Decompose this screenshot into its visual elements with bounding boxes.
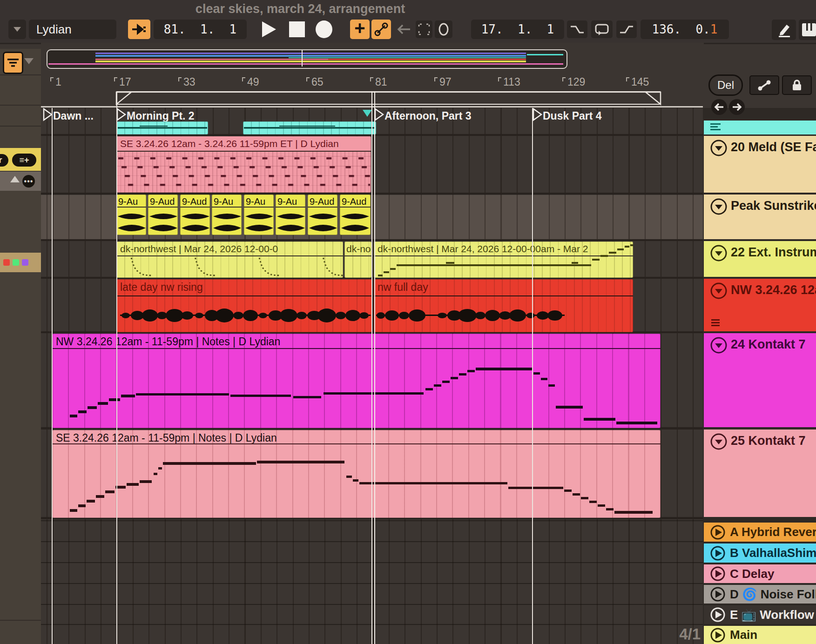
ruler-label: 1 <box>53 76 61 88</box>
loop-length-display[interactable]: 136. 0.1 <box>641 20 729 39</box>
locator-dawn[interactable]: Dawn ... <box>53 110 96 122</box>
loop-button[interactable] <box>591 20 613 38</box>
ruler-mark[interactable]: 113 <box>500 76 520 88</box>
locator-dusk[interactable]: Dusk Part 4 <box>543 110 602 122</box>
loop-start-display[interactable]: 17. 1. 1 <box>471 20 564 39</box>
clip-cyan-1[interactable] <box>116 121 208 134</box>
time-signature-label: 4/1 <box>663 625 701 643</box>
stop-button[interactable] <box>289 21 305 37</box>
nudge-forward-button[interactable] <box>729 99 745 115</box>
overview-clip-line <box>95 53 526 54</box>
return-track-a[interactable]: A Hybrid Reverb <box>704 523 816 542</box>
ruler-mark[interactable]: 49 <box>244 76 259 88</box>
playhead-line[interactable] <box>371 91 372 644</box>
ruler-mark[interactable]: 65 <box>309 76 324 88</box>
clip-late-day-nw-rising[interactable]: late day nw rising <box>116 279 372 332</box>
ruler-mark[interactable]: 17 <box>116 76 131 88</box>
track-header-24-kontakt[interactable]: 24 Kontakt 7 <box>704 333 816 427</box>
delete-button[interactable]: Del <box>708 74 743 96</box>
clip-dk-northwest-3[interactable]: dk-northwest | Mar 24, 2026 12-00-00am -… <box>374 242 633 278</box>
midi-overdub-button[interactable] <box>435 20 452 38</box>
clip-audio-3[interactable]: 9-Aud <box>180 195 210 235</box>
play-button[interactable] <box>262 21 276 37</box>
playhead-line[interactable] <box>374 91 375 644</box>
record-button[interactable] <box>316 20 332 38</box>
draw-mode-button[interactable] <box>772 20 796 40</box>
ruler-mark[interactable]: 33 <box>181 76 196 88</box>
loop-start-value: 17. 1. 1 <box>481 22 554 36</box>
sidebar-collapse-caret[interactable] <box>24 58 34 64</box>
loop-length-last-digit: 1 <box>710 22 718 36</box>
root-note-dropdown[interactable] <box>8 20 26 39</box>
filter-view-button[interactable] <box>3 52 23 74</box>
scale-dropdown[interactable]: Lydian <box>29 20 116 39</box>
clip-se-meld[interactable]: SE 3.24.26 12am - 3.24.26 11-59pm ET | D… <box>116 136 371 193</box>
fold-track-icon <box>709 139 728 157</box>
clip-title: nw full day <box>374 279 633 296</box>
clip-audio-1[interactable]: 9-Au <box>116 195 146 235</box>
track-header-25-kontakt[interactable]: 25 Kontakt 7 <box>704 429 816 517</box>
loop-brace-top[interactable] <box>116 91 661 93</box>
ruler-mark[interactable]: 129 <box>565 76 585 88</box>
color-tag-purple[interactable] <box>22 259 28 266</box>
track-header-nw-audio[interactable]: NW 3.24.26 12a <box>704 279 816 331</box>
clip-dk-northwest-1[interactable]: dk-northwest | Mar 24, 2026 12-00-0 <box>116 242 343 278</box>
add-list-button[interactable]: ≡+ <box>12 154 36 167</box>
ruler-mark[interactable]: 1 <box>53 76 61 88</box>
clip-audio-4[interactable]: 9-Au <box>212 195 242 235</box>
follow-button[interactable] <box>128 20 150 39</box>
loop-length-value: 136. 0. <box>652 22 710 36</box>
main-track-header[interactable]: Main <box>704 626 816 644</box>
clip-nw-notes[interactable]: NW 3.24.26 12am - 11-59pm | Notes | D Ly… <box>52 334 661 428</box>
more-options-button[interactable]: ••• <box>22 175 35 188</box>
punch-region-button[interactable] <box>416 20 432 38</box>
color-tag-red[interactable] <box>3 259 10 266</box>
clip-title: dk-northwe <box>344 242 371 256</box>
ruler-mark[interactable]: 97 <box>437 76 452 88</box>
track-divider[interactable] <box>41 239 816 241</box>
punch-out-button[interactable] <box>616 20 637 38</box>
back-to-arrangement-button[interactable] <box>394 21 412 37</box>
clip-title: 9-Aud <box>308 195 337 208</box>
arrangement-position-display[interactable]: 81. 1. 1 <box>154 20 247 39</box>
return-track-c[interactable]: C Delay <box>704 564 816 583</box>
track-name: 20 Meld (SE Falli <box>731 140 816 154</box>
track-header-peak-sunstrikes[interactable]: Peak Sunstrikes <box>704 195 816 239</box>
ruler-mark[interactable]: 145 <box>628 76 649 88</box>
lock-icon <box>790 78 804 92</box>
ruler-mark[interactable]: 81 <box>372 76 387 88</box>
clip-dk-northwest-2[interactable]: dk-northwe <box>344 242 371 278</box>
clip-se-notes[interactable]: SE 3.24.26 12am - 11-59pm | Notes | D Ly… <box>52 430 661 518</box>
clip-audio-2[interactable]: 9-Aud <box>148 195 178 235</box>
locator-morning[interactable]: Morning Pt. 2 <box>127 110 195 122</box>
return-track-b[interactable]: B ValhallaShimm <box>704 543 816 563</box>
triangle-up-icon[interactable] <box>10 176 20 182</box>
track-header-22-ext-instrument[interactable]: 22 Ext. Instrume <box>704 241 816 277</box>
nudge-back-button[interactable] <box>711 99 727 115</box>
lock-envelopes-button[interactable] <box>782 75 812 95</box>
chevron-down-icon <box>13 27 21 32</box>
return-track-d[interactable]: D 🌀 Noise Follo <box>704 585 816 604</box>
return-track-e[interactable]: E 📺 Workflow To <box>704 605 816 624</box>
clip-audio-7[interactable]: 9-Aud <box>308 195 337 235</box>
clip-audio-8[interactable]: 9-Aud <box>340 195 371 235</box>
locator-afternoon[interactable]: Afternoon, Part 3 <box>384 110 472 122</box>
computer-midi-keyboard-button[interactable] <box>799 20 816 40</box>
automation-icon <box>374 22 388 36</box>
clip-title: 9-Au <box>244 195 274 208</box>
clip-cyan-2[interactable] <box>243 121 376 134</box>
clip-title: NW 3.24.26 12am - 11-59pm | Notes | D Ly… <box>52 334 661 349</box>
add-track-button[interactable]: + <box>350 20 370 39</box>
track-header-20-meld[interactable]: 20 Meld (SE Falli <box>704 136 816 193</box>
automation-mode-button[interactable] <box>371 20 391 39</box>
punch-in-button[interactable] <box>567 20 587 38</box>
clip-audio-6[interactable]: 9-Au <box>276 195 305 235</box>
automation-lane-button[interactable] <box>749 75 779 95</box>
play-circle-icon <box>709 524 726 541</box>
track-header-cyan[interactable] <box>704 121 816 134</box>
color-tag-green[interactable] <box>13 259 19 266</box>
loop-brace-bottom[interactable] <box>116 104 661 105</box>
clip-audio-5[interactable]: 9-Au <box>244 195 274 235</box>
clip-title: 9-Aud <box>340 195 371 208</box>
clip-nw-full-day[interactable]: nw full day <box>374 279 633 332</box>
